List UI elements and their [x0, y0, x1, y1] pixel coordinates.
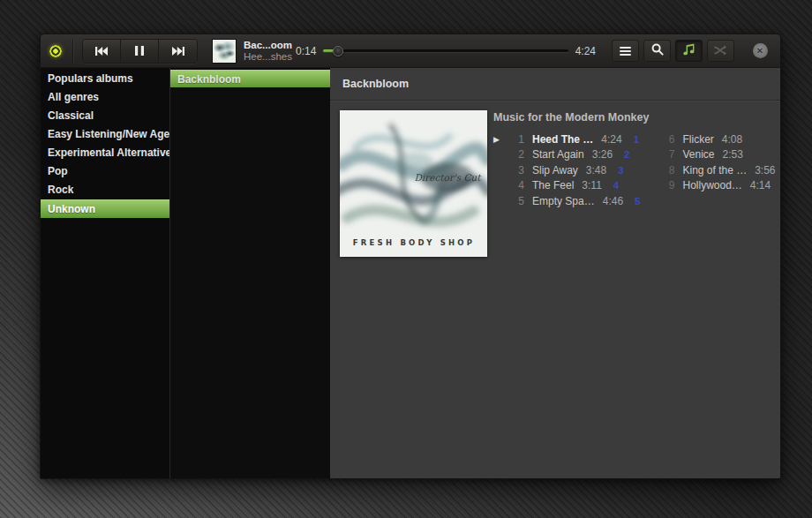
seek-track: [323, 49, 568, 52]
total-time: 4:24: [575, 45, 596, 57]
track-number: 4: [513, 179, 524, 191]
track-row[interactable]: 7 Venice 2:53: [663, 147, 775, 163]
desktop-wallpaper: { "toolbar": { "now_playing": { "title":…: [0, 0, 812, 518]
shuffle-button[interactable]: [707, 40, 734, 62]
album-list-item-backnbloom[interactable]: Backnbloom: [170, 70, 330, 87]
sidebar-item-unknown[interactable]: Unknown: [41, 199, 169, 218]
album-section: Director's Cut FRESH BODY SHOP Music for…: [330, 101, 780, 257]
track-duration: 2:53: [723, 148, 743, 161]
track-number: 2: [513, 148, 524, 161]
queue-badge: 2: [624, 149, 629, 160]
track-duration: 3:11: [582, 179, 601, 191]
queue-badge: 3: [618, 165, 623, 176]
next-button[interactable]: [159, 40, 197, 63]
toolbar: Bac...oom Hee...shes 0:14 4:24: [41, 34, 780, 68]
shuffle-icon: [714, 43, 727, 59]
album-title: Music for the Modern Monkey: [493, 111, 771, 124]
track-duration: 4:46: [603, 195, 623, 207]
close-icon: ✕: [753, 43, 768, 58]
track-row[interactable]: 2 Start Again 3:26 2: [493, 147, 640, 163]
sidebar-item-rock[interactable]: Rock: [41, 181, 169, 199]
track-title: Slip Away: [532, 164, 578, 176]
track-duration: 3:26: [592, 148, 613, 161]
now-playing-title: Bac...oom: [244, 40, 292, 51]
track-title: Empty Spa…: [532, 195, 595, 207]
track-title: Start Again: [532, 148, 584, 161]
track-duration: 3:56: [755, 164, 775, 176]
track-number: 1: [513, 133, 524, 146]
track-row[interactable]: 4 The Feel 3:11 4: [493, 178, 640, 194]
track-number: 3: [513, 164, 524, 176]
queue-badge: 1: [634, 134, 639, 145]
seek-handle[interactable]: [333, 46, 343, 56]
sidebar-item-easy-listening[interactable]: Easy Listening/New Age: [41, 125, 169, 144]
library-button[interactable]: [675, 40, 703, 62]
sidebar-item-populars-albums[interactable]: Populars albums: [41, 70, 169, 88]
content-area: Populars albums All genres Classical Eas…: [41, 68, 780, 478]
music-notes-icon: [682, 43, 695, 59]
track-row[interactable]: ▶ 1 Heed The … 4:24 1: [493, 131, 640, 147]
pause-button[interactable]: [121, 40, 159, 63]
track-title: The Feel: [532, 179, 574, 191]
track-title: Venice: [682, 148, 714, 161]
track-list: ▶ 1 Heed The … 4:24 1 2 Start Again 3:26: [493, 131, 771, 209]
toolbar-buttons: [612, 40, 734, 62]
track-title: Hollywood…: [682, 179, 741, 191]
queue-badge: 5: [635, 196, 640, 206]
skip-forward-icon: [172, 47, 184, 56]
now-playing-subtitle: Hee...shes: [244, 51, 292, 63]
playlist-menu-icon: [620, 47, 631, 56]
toolbar-separator: [72, 40, 73, 63]
search-icon: [651, 43, 664, 59]
track-column-right: 6 Flicker 4:08 7 Venice 2:53 8: [663, 131, 775, 209]
search-button[interactable]: [643, 40, 671, 62]
skip-back-icon: [95, 47, 108, 56]
track-title: King of the …: [682, 164, 747, 176]
album-list: Backnbloom: [169, 68, 330, 478]
playlist-menu-button[interactable]: [612, 40, 639, 62]
now-playing-thumbnail[interactable]: [212, 39, 237, 64]
track-number: 5: [513, 195, 524, 207]
transport-controls: [82, 39, 198, 64]
track-column-left: ▶ 1 Heed The … 4:24 1 2 Start Again 3:26: [493, 131, 640, 209]
track-row[interactable]: 8 King of the … 3:56: [663, 162, 775, 178]
album-info: Music for the Modern Monkey ▶ 1 Heed The…: [487, 110, 771, 257]
track-row[interactable]: 6 Flicker 4:08: [663, 131, 775, 147]
sidebar-item-pop[interactable]: Pop: [41, 162, 169, 181]
genre-sidebar: Populars albums All genres Classical Eas…: [41, 68, 169, 478]
queue-badge: 4: [613, 180, 619, 191]
track-row[interactable]: 3 Slip Away 3:48 3: [493, 162, 640, 178]
album-detail-header: Backnbloom: [330, 68, 780, 101]
album-art-band-text: FRESH BODY SHOP: [353, 238, 475, 247]
previous-button[interactable]: [83, 40, 121, 63]
playing-indicator-icon: ▶: [493, 135, 513, 144]
track-row[interactable]: 9 Hollywood… 4:14: [663, 178, 775, 194]
music-player-window: Bac...oom Hee...shes 0:14 4:24: [40, 34, 781, 479]
album-art-script-text: Director's Cut: [414, 172, 482, 183]
pause-icon: [135, 46, 144, 56]
record-icon: [49, 45, 62, 57]
close-button[interactable]: ✕: [748, 40, 771, 63]
track-number: 9: [663, 179, 674, 191]
elapsed-time: 0:14: [296, 45, 316, 57]
sidebar-item-experimental[interactable]: Experimental Alternative: [41, 144, 169, 162]
track-number: 7: [663, 148, 674, 161]
now-playing-info: Bac...oom Hee...shes: [244, 40, 292, 63]
track-row[interactable]: 5 Empty Spa… 4:46 5: [493, 193, 640, 209]
track-title: Heed The …: [532, 133, 593, 146]
track-title: Flicker: [682, 133, 713, 146]
album-detail-panel: Backnbloom: [330, 68, 780, 478]
seek-progress: [323, 49, 338, 52]
sidebar-item-all-genres[interactable]: All genres: [41, 88, 169, 107]
track-duration: 4:14: [750, 179, 771, 191]
track-duration: 3:48: [586, 164, 606, 176]
sidebar-item-classical[interactable]: Classical: [41, 107, 169, 125]
track-duration: 4:24: [601, 133, 621, 146]
album-art[interactable]: Director's Cut FRESH BODY SHOP: [340, 110, 487, 257]
track-number: 6: [663, 133, 674, 146]
track-number: 8: [663, 164, 674, 176]
track-duration: 4:08: [722, 133, 742, 146]
seek-slider[interactable]: [323, 46, 568, 56]
